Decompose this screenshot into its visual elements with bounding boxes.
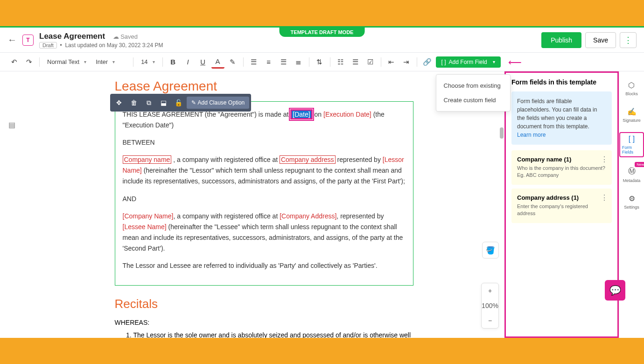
editor-area[interactable]: Lease Agreement ✥ 🗑 ⧉ ⬓ 🔓 ✎ Add Clause O… bbox=[23, 71, 504, 338]
signature-tab[interactable]: ✍ Signature bbox=[621, 105, 643, 125]
settings-tab[interactable]: ⚙ Settings bbox=[622, 192, 641, 211]
form-field-dropdown: Choose from existing Create custom field bbox=[436, 74, 511, 112]
fill-tool-icon[interactable]: 🪣 bbox=[482, 242, 499, 259]
font-size-select[interactable]: 14 bbox=[137, 56, 158, 67]
zoom-out-button[interactable]: − bbox=[482, 313, 498, 328]
choose-existing-option[interactable]: Choose from existing bbox=[436, 78, 510, 93]
form-fields-tab[interactable]: [ ] Form Fields bbox=[619, 132, 644, 157]
paragraph-style-select[interactable]: Normal Text bbox=[43, 56, 90, 67]
form-field-card[interactable]: Company name (1) Who is the company in t… bbox=[511, 150, 612, 185]
form-fields-icon: [ ] bbox=[629, 135, 635, 143]
gear-icon: ⚙ bbox=[629, 194, 635, 203]
add-clause-option-button[interactable]: ✎ Add Clause Option bbox=[187, 97, 250, 109]
zoom-control: + 100% − bbox=[481, 283, 499, 329]
saved-indicator: Saved bbox=[113, 33, 138, 40]
align-justify-icon[interactable]: ≣ bbox=[292, 56, 305, 69]
company-address2-placeholder[interactable]: [Company Address] bbox=[280, 212, 336, 220]
underline-icon[interactable]: U bbox=[196, 56, 210, 69]
checklist-icon[interactable]: ☑ bbox=[364, 56, 377, 69]
metadata-tab[interactable]: New Ⓜ Metadata bbox=[621, 165, 643, 185]
numbered-list-icon[interactable]: ☷ bbox=[334, 56, 347, 69]
document-heading[interactable]: Lease Agreement bbox=[115, 79, 413, 94]
recital-item[interactable]: The Lessor is the sole owner and is abso… bbox=[133, 330, 413, 338]
whereas-label[interactable]: WHEREAS: bbox=[115, 319, 413, 326]
doc-title: Lease Agreement bbox=[39, 32, 105, 41]
date-form-field[interactable]: [Date] bbox=[290, 109, 312, 119]
bold-icon[interactable]: B bbox=[167, 56, 180, 69]
more-menu-button[interactable]: ⋮ bbox=[620, 32, 637, 48]
font-select[interactable]: Inter bbox=[92, 56, 129, 67]
zoom-in-button[interactable]: + bbox=[482, 283, 498, 298]
company-name2-placeholder[interactable]: [Company Name] bbox=[123, 212, 174, 220]
last-updated: Last updated on May 30, 2022 3:24 PM bbox=[65, 42, 163, 49]
signature-icon: ✍ bbox=[627, 107, 637, 116]
add-form-field-button[interactable]: [ ]Add Form Field bbox=[436, 56, 501, 68]
outline-icon[interactable]: ▤ bbox=[5, 118, 18, 131]
italic-icon[interactable]: I bbox=[182, 56, 195, 69]
learn-more-link[interactable]: Learn more bbox=[517, 132, 546, 138]
back-arrow-icon[interactable]: ← bbox=[7, 35, 17, 45]
new-badge: New bbox=[635, 162, 644, 167]
draft-badge: Draft bbox=[39, 42, 57, 49]
save-block-icon[interactable]: ⬓ bbox=[157, 96, 171, 110]
zoom-value: 100% bbox=[482, 298, 498, 313]
align-right-icon[interactable]: ☰ bbox=[277, 56, 290, 69]
indent-increase-icon[interactable]: ⇥ bbox=[400, 56, 413, 69]
blocks-icon: ⬡ bbox=[628, 81, 635, 90]
company-name-field[interactable]: Company name bbox=[123, 155, 172, 164]
align-center-icon[interactable]: ≡ bbox=[262, 56, 275, 69]
scrollbar-thumb[interactable] bbox=[500, 127, 504, 139]
metadata-icon: Ⓜ bbox=[628, 167, 636, 176]
text-color-icon[interactable]: A bbox=[211, 56, 224, 69]
chat-fab[interactable]: 💬 bbox=[605, 280, 625, 301]
form-fields-panel: Form fields in this template Form fields… bbox=[504, 71, 619, 338]
move-icon[interactable]: ✥ bbox=[112, 96, 126, 110]
panel-title: Form fields in this template bbox=[511, 78, 612, 86]
lock-icon[interactable]: 🔓 bbox=[172, 96, 186, 110]
publish-button[interactable]: Publish bbox=[541, 32, 581, 48]
blocks-tab[interactable]: ⬡ Blocks bbox=[623, 79, 640, 98]
highlight-icon[interactable]: ✎ bbox=[226, 56, 239, 69]
company-address-field[interactable]: Company address bbox=[280, 155, 336, 164]
lessee-name-placeholder[interactable]: [Lessee Name] bbox=[123, 223, 167, 231]
toolbar: ↶ ↷ Normal Text Inter 14 B I U A ✎ ☰ ≡ ☰… bbox=[0, 53, 644, 71]
bulleted-list-icon[interactable]: ☰ bbox=[349, 56, 362, 69]
clause-block[interactable]: THIS LEASE AGREEMENT (the "Agreement") i… bbox=[115, 101, 413, 286]
copy-icon[interactable]: ⧉ bbox=[142, 96, 156, 110]
undo-icon[interactable]: ↶ bbox=[7, 56, 21, 69]
execution-date-placeholder[interactable]: [Execution Date] bbox=[323, 111, 371, 118]
link-icon[interactable]: 🔗 bbox=[421, 56, 434, 69]
create-custom-option[interactable]: Create custom field bbox=[436, 93, 510, 107]
redo-icon[interactable]: ↷ bbox=[22, 56, 35, 69]
card-more-icon[interactable]: ⋮ bbox=[601, 193, 608, 202]
form-field-card[interactable]: Company address (1) Enter the company's … bbox=[511, 189, 612, 223]
align-left-icon[interactable]: ☰ bbox=[247, 56, 260, 69]
clause-toolbar: ✥ 🗑 ⧉ ⬓ 🔓 ✎ Add Clause Option bbox=[110, 94, 252, 112]
recitals-heading[interactable]: Recitals bbox=[115, 297, 413, 311]
callout-arrow-icon: ⟵ bbox=[508, 56, 522, 68]
indent-decrease-icon[interactable]: ⇤ bbox=[385, 56, 398, 69]
delete-icon[interactable]: 🗑 bbox=[127, 96, 141, 110]
panel-info: Form fields are fillable placeholders. Y… bbox=[511, 91, 612, 145]
save-button[interactable]: Save bbox=[585, 32, 616, 48]
draft-mode-banner: TEMPLATE DRAFT MODE bbox=[280, 28, 365, 37]
card-more-icon[interactable]: ⋮ bbox=[601, 155, 608, 164]
template-badge: T bbox=[22, 35, 34, 46]
line-spacing-icon[interactable]: ⇅ bbox=[313, 56, 326, 69]
